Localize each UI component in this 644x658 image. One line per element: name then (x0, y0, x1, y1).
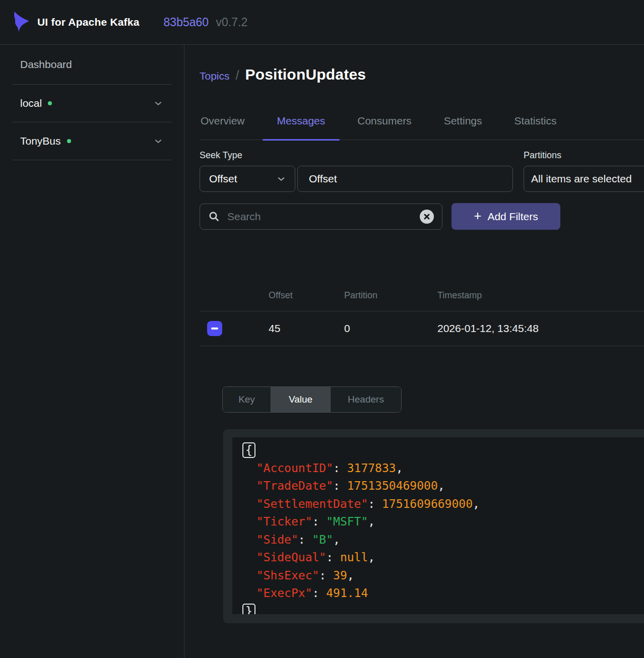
cluster-online-dot (67, 139, 71, 143)
message-value-panel: { "AccountID": 3177833, "TradeDate": 175… (223, 429, 644, 623)
column-header-timestamp: Timestamp (411, 290, 644, 301)
json-line: "SettlementDate": 1751609669000, (242, 495, 644, 513)
cluster-name: local (20, 97, 42, 109)
partitions-group: Partitions All items are selected (524, 150, 644, 192)
sidebar-item-dashboard[interactable]: Dashboard (12, 45, 172, 84)
version-info: 83b5a60 v0.7.2 (164, 16, 248, 29)
partitions-label: Partitions (524, 150, 644, 161)
column-header-partition: Partition (336, 290, 411, 301)
sidebar: Dashboard localTonyBus (0, 45, 184, 658)
sidebar-cluster-local[interactable]: local (12, 85, 172, 122)
json-line: "TradeDate": 1751350469000, (242, 477, 644, 495)
main-content: Topics / PositionUpdates OverviewMessage… (184, 45, 644, 658)
json-line: "ShsExec": 39, (242, 567, 644, 585)
seek-type-group: Seek Type Offset (200, 150, 513, 192)
commit-hash-link[interactable]: 83b5a60 (164, 16, 209, 29)
search-box (200, 204, 442, 230)
breadcrumb-separator: / (236, 68, 239, 83)
seek-type-selected-value: Offset (209, 173, 237, 185)
clear-search-button[interactable] (420, 210, 434, 224)
fold-close-brace[interactable]: } (242, 604, 255, 615)
json-line: "Ticker": "MSFT", (242, 513, 644, 531)
json-line: "AccountID": 3177833, (242, 459, 644, 478)
partitions-selected-value: All items are selected (531, 173, 632, 185)
version-label[interactable]: v0.7.2 (216, 16, 248, 29)
message-value-json: { "AccountID": 3177833, "TradeDate": 175… (232, 437, 644, 614)
message-tab-value[interactable]: Value (271, 387, 330, 412)
sidebar-clusters: localTonyBus (12, 85, 172, 160)
sidebar-cluster-tonybus[interactable]: TonyBus (12, 122, 172, 160)
tab-overview[interactable]: Overview (186, 114, 260, 140)
partitions-multiselect[interactable]: All items are selected (524, 166, 644, 192)
sidebar-divider (12, 160, 172, 160)
message-content-tabs: KeyValueHeaders (222, 386, 402, 413)
breadcrumb: Topics / PositionUpdates (200, 66, 644, 83)
messages-table: OffsetPartitionTimestamp 4502026-01-12, … (200, 280, 644, 346)
kafka-ui-logo-icon (9, 9, 32, 35)
messages-table-body: 4502026-01-12, 13:45:48 (200, 311, 644, 346)
tab-statistics[interactable]: Statistics (500, 114, 571, 140)
page-title: PositionUpdates (245, 66, 366, 83)
json-line: "SideQual": null, (242, 549, 644, 567)
chevron-down-icon (276, 173, 287, 184)
row-timestamp: 2026-01-12, 13:45:48 (411, 322, 644, 335)
add-filters-label: Add Filters (487, 211, 538, 223)
messages-table-header: OffsetPartitionTimestamp (200, 280, 644, 311)
app-title: UI for Apache Kafka (37, 16, 140, 28)
plus-icon: + (474, 208, 481, 224)
collapse-row-toggle[interactable] (207, 321, 222, 336)
tab-consumers[interactable]: Consumers (343, 114, 426, 140)
message-row[interactable]: 4502026-01-12, 13:45:48 (200, 311, 644, 346)
json-line: "Side": "B", (242, 531, 644, 549)
search-row: + Add Filters (200, 203, 644, 230)
cluster-online-dot (48, 101, 52, 105)
chevron-down-icon (153, 98, 164, 109)
topic-tab-bar: OverviewMessagesConsumersSettingsStatist… (200, 114, 644, 140)
minus-icon (211, 327, 218, 330)
tab-settings[interactable]: Settings (429, 114, 497, 140)
tab-messages[interactable]: Messages (263, 114, 340, 140)
message-tab-key[interactable]: Key (223, 387, 271, 412)
seek-type-select[interactable]: Offset (200, 166, 295, 192)
cluster-name: TonyBus (20, 135, 61, 147)
close-icon (423, 213, 430, 220)
breadcrumb-topics-link[interactable]: Topics (200, 70, 230, 82)
add-filters-button[interactable]: + Add Filters (452, 203, 560, 230)
message-tab-headers[interactable]: Headers (330, 387, 401, 412)
row-partition: 0 (336, 322, 411, 335)
column-header-offset: Offset (260, 290, 336, 301)
fold-open-brace[interactable]: { (242, 442, 255, 458)
chevron-down-icon (153, 136, 164, 147)
json-line: "ExecPx": 491.14 (242, 584, 644, 603)
search-icon (208, 211, 220, 223)
seek-type-label: Seek Type (200, 150, 513, 161)
row-offset: 45 (260, 322, 336, 335)
offset-input[interactable] (298, 166, 512, 191)
search-input[interactable] (227, 211, 420, 223)
filters-row: Seek Type Offset Partitions All (200, 150, 644, 192)
top-bar: UI for Apache Kafka 83b5a60 v0.7.2 (0, 0, 644, 45)
